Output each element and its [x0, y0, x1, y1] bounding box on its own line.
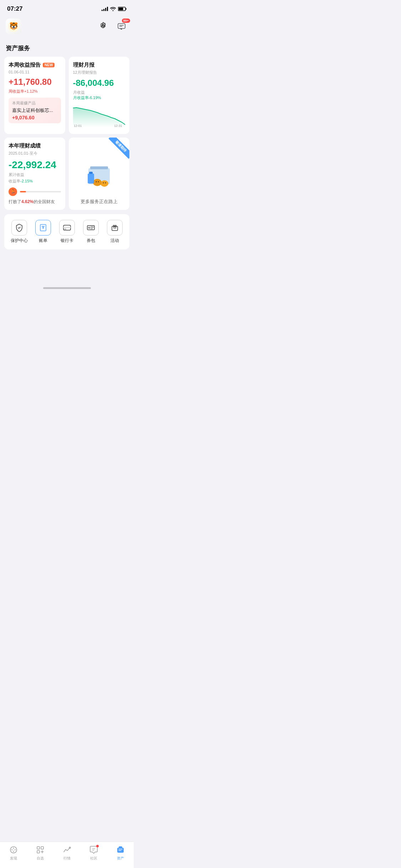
bill-label: 账单 [39, 238, 47, 244]
monthly-label: 月收益 [73, 90, 125, 95]
svg-text:12-01: 12-01 [73, 124, 81, 128]
monthly-subtitle: 12月理财报告 [73, 70, 125, 75]
protection-icon [11, 220, 27, 236]
yearly-title: 本年理财成绩 [9, 143, 61, 149]
logo-container[interactable]: 🐯 [6, 19, 21, 34]
best-product-amount: +9,076.60 [12, 115, 57, 120]
section-title: 资产服务 [0, 38, 134, 57]
service-illustration [73, 159, 125, 195]
coming-soon-text: 更多服务正在路上 [81, 198, 118, 205]
monthly-rate: 月收益率-6.19% [73, 95, 125, 100]
protection-label: 保护中心 [11, 238, 28, 244]
coupon-label: 券包 [87, 238, 95, 244]
status-icons [102, 7, 127, 11]
svg-rect-1 [126, 8, 127, 10]
svg-rect-13 [90, 166, 108, 169]
monthly-report-card[interactable]: 理财月报 12月理财报告 -86,004.96 月收益 月收益率-6.19% 1… [69, 57, 130, 134]
bankcard-label: 银行卡 [61, 238, 73, 244]
settings-button[interactable] [97, 20, 109, 33]
service-activity[interactable]: 活动 [104, 220, 125, 244]
coming-soon-card[interactable]: 更多服务正在路上 [69, 138, 130, 210]
weekly-date-range: 01.06-01.11 [9, 70, 61, 74]
progress-section: 🏃 [9, 187, 61, 196]
svg-rect-7 [118, 24, 125, 29]
bankcard-icon [59, 220, 75, 236]
battery-icon [118, 7, 127, 11]
monthly-chart: 12-01 12-31 [73, 103, 125, 128]
weekly-amount: +11,760.80 [9, 77, 61, 87]
service-row: 保护中心 ¥ 账单 银行卡 [4, 214, 129, 249]
svg-rect-21 [88, 174, 94, 184]
svg-point-17 [96, 181, 97, 182]
yearly-rate: 收益率-2.15% [9, 179, 61, 184]
cumulative-label: 累计收益 [9, 172, 61, 177]
app-logo: 🐯 [6, 19, 21, 34]
weekly-report-title: 本周收益报告 NEW [9, 62, 61, 68]
monthly-report-title: 理财月报 [73, 62, 125, 68]
svg-text:¥: ¥ [42, 225, 44, 229]
asset-cards-grid: 本周收益报告 NEW 01.06-01.11 +11,760.80 周收益率+1… [0, 57, 134, 214]
service-coupon[interactable]: 券包 [80, 220, 102, 244]
wifi-icon [110, 7, 116, 11]
service-bankcard[interactable]: 银行卡 [56, 220, 78, 244]
beat-text: 打败了4.62%的全国财友 [9, 199, 61, 205]
weekly-rate: 周收益率+1.12% [9, 89, 61, 94]
header-actions: 99+ [97, 20, 128, 33]
svg-rect-22 [89, 172, 93, 174]
yearly-amount: -22,992.24 [9, 159, 61, 171]
service-bill[interactable]: ¥ 账单 [32, 220, 54, 244]
svg-text:12-31: 12-31 [114, 124, 122, 128]
weekly-report-card[interactable]: 本周收益报告 NEW 01.06-01.11 +11,760.80 周收益率+1… [4, 57, 65, 134]
messages-button[interactable]: 99+ [115, 20, 128, 33]
ribbon [104, 138, 129, 162]
activity-label: 活动 [110, 238, 119, 244]
monthly-amount: -86,004.96 [73, 78, 125, 88]
status-time: 07:27 [7, 5, 22, 12]
message-badge: 99+ [122, 19, 130, 23]
yearly-report-card[interactable]: 本年理财成绩 2025.01.01-至今 -22,992.24 累计收益 收益率… [4, 138, 65, 210]
service-protection[interactable]: 保护中心 [9, 220, 30, 244]
best-product-name: 嘉实上证科创板芯... [12, 107, 57, 114]
activity-icon [107, 220, 123, 236]
svg-point-30 [88, 227, 90, 228]
progress-fill [20, 191, 26, 192]
progress-bar [20, 191, 61, 192]
svg-point-16 [93, 179, 102, 186]
svg-point-15 [101, 180, 108, 187]
home-indicator [43, 287, 91, 289]
svg-rect-27 [63, 227, 71, 228]
best-product-box: 本周最赚产品 嘉实上证科创板芯... +9,076.60 [9, 98, 61, 123]
status-bar: 07:27 [0, 0, 134, 16]
yearly-date: 2025.01.01-至今 [9, 151, 61, 156]
svg-text:🐯: 🐯 [9, 22, 18, 30]
svg-point-19 [103, 182, 104, 184]
svg-rect-2 [119, 8, 123, 10]
app-header: 🐯 99+ [0, 16, 134, 38]
runner-icon: 🏃 [9, 187, 17, 196]
svg-rect-28 [64, 229, 66, 229]
svg-point-18 [98, 181, 99, 182]
svg-point-20 [105, 182, 106, 184]
bill-icon: ¥ [35, 220, 51, 236]
coupon-icon [83, 220, 99, 236]
new-badge: NEW [43, 63, 55, 67]
best-product-label: 本周最赚产品 [12, 100, 57, 106]
signal-icon [102, 7, 108, 11]
